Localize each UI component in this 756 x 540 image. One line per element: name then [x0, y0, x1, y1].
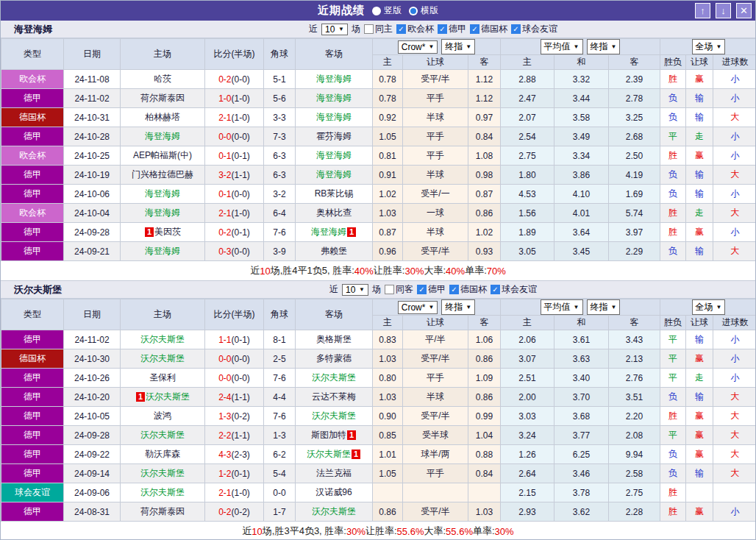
match-row: 德甲24-10-28海登海姆0-0(0-0)7-3霍芬海姆1.05平手0.842…: [1, 127, 756, 146]
avg-home-cell: 2.64: [501, 464, 554, 483]
type-cell: 德甲: [1, 426, 64, 445]
league-filter[interactable]: ✓德甲: [438, 23, 466, 35]
handicap-result-cell: 赢: [686, 445, 713, 464]
league-filter[interactable]: ✓球会友谊: [511, 23, 557, 35]
score-cell: 2-2(1-1): [205, 426, 264, 445]
result-cell: 负: [660, 464, 686, 483]
handicap-result-cell: 输: [686, 464, 713, 483]
league-filter[interactable]: ✓德甲: [417, 283, 446, 296]
checkbox-checked-icon[interactable]: ✓: [396, 24, 406, 34]
competition-label: 德甲: [24, 131, 41, 141]
radio-selected-icon: [409, 7, 418, 15]
odds-home-cell: 1.03: [373, 388, 403, 407]
halftime-score: (1-0): [232, 208, 250, 219]
home-team-cell: 荷尔斯泰因: [121, 89, 205, 108]
goals-result-cell: 小: [713, 349, 756, 369]
odds-away-cell: 1.12: [468, 89, 501, 108]
same-venue-filter[interactable]: 同客: [385, 283, 413, 296]
scope-select[interactable]: 全场▼: [692, 299, 726, 315]
corners-cell: 6-4: [264, 204, 296, 223]
avg-draw-cell: 3.34: [554, 146, 609, 166]
fulltime-score: 4-3: [218, 450, 231, 460]
odds-away-cell: 1.03: [468, 502, 501, 522]
avg-draw-cell: 3.86: [554, 166, 609, 185]
league-filter[interactable]: ✓球会友谊: [491, 283, 537, 296]
rank-badge: 1: [347, 227, 356, 237]
odds-away-cell: 1.06: [468, 330, 501, 349]
competition-label: 德甲: [24, 449, 41, 459]
avg-group-header: 平均值▼ 终指▼: [501, 39, 660, 55]
league-filter[interactable]: ✓德国杯: [470, 23, 507, 35]
checkbox-checked-icon[interactable]: ✓: [417, 285, 427, 294]
goals-result-cell: 大: [713, 166, 756, 185]
match-row: 德甲24-08-31荷尔斯泰因0-2(0-2)1-7沃尔夫斯堡0.86受平/半1…: [1, 502, 756, 522]
checkbox-checked-icon[interactable]: ✓: [449, 285, 459, 294]
sub-header-avg-away: 客: [609, 316, 660, 330]
away-team-name: 海登海姆: [316, 74, 352, 84]
result-cell: 负: [660, 388, 686, 407]
avg-draw-cell: 6.25: [554, 445, 609, 464]
avg-draw-cell: 3.32: [554, 70, 609, 89]
home-team-cell: 门兴格拉德巴赫: [121, 166, 205, 185]
radio-vertical-label: 竖版: [384, 4, 402, 17]
recent-count-select[interactable]: 10▼: [321, 24, 348, 35]
checkbox-checked-icon[interactable]: ✓: [511, 24, 521, 34]
avg-away-cell: 2.76: [609, 369, 660, 388]
close-button[interactable]: ✕: [736, 3, 752, 18]
result-cell: 负: [660, 242, 686, 261]
layout-radio-vertical[interactable]: 竖版: [372, 4, 402, 17]
layout-radio-horizontal[interactable]: 横版: [409, 4, 438, 17]
average-select[interactable]: 平均值▼: [541, 39, 583, 54]
col-header-away: 客场: [296, 299, 373, 330]
avg-stage-select[interactable]: 终指▼: [587, 39, 621, 54]
avg-home-cell: 2.93: [501, 502, 554, 522]
competition-label: 德国杯: [19, 112, 46, 122]
goals-result-cell: 大: [713, 242, 756, 261]
odds-stage-select[interactable]: 终指▼: [441, 299, 475, 315]
recent-label: 近: [329, 283, 338, 296]
odds-handicap-cell: 受平/半: [403, 407, 468, 426]
checkbox-checked-icon[interactable]: ✓: [491, 285, 500, 294]
same-venue-filter[interactable]: 同主: [364, 23, 393, 35]
avg-home-cell: 1.89: [501, 223, 554, 242]
bookmaker-select[interactable]: Crow*▼: [398, 301, 438, 314]
move-up-button[interactable]: ↑: [695, 3, 710, 18]
halftime-score: (0-2): [232, 507, 250, 517]
checkbox-checked-icon[interactable]: ✓: [438, 24, 447, 34]
odds-stage-select[interactable]: 终指▼: [441, 39, 475, 54]
halftime-score: (1-1): [232, 392, 250, 402]
scope-select[interactable]: 全场▼: [692, 39, 726, 54]
score-cell: 1-0(1-0): [205, 89, 264, 108]
bookmaker-select[interactable]: Crow*▼: [398, 40, 438, 54]
halftime-score: (0-0): [232, 74, 250, 85]
recent-count-select[interactable]: 10▼: [342, 284, 368, 296]
checkbox-unchecked-icon[interactable]: [364, 24, 374, 34]
corners-cell: 0-0: [264, 483, 296, 502]
away-team-name: 海登海姆: [316, 93, 352, 103]
odds-handicap-cell: 半球: [403, 166, 468, 185]
halftime-score: (1-1): [232, 170, 250, 180]
checkbox-unchecked-icon[interactable]: [385, 285, 394, 294]
footer-stat-segment: 55.6%: [446, 526, 473, 537]
avg-away-cell: 3.51: [609, 388, 660, 407]
league-filter[interactable]: ✓德国杯: [449, 283, 487, 296]
avg-stage-select[interactable]: 终指▼: [587, 299, 621, 315]
away-team-cell: 法兰克福: [296, 464, 373, 483]
match-row: 欧会杯24-10-25AEP帕福斯(中)0-1(0-1)6-3海登海姆0.81平…: [1, 146, 756, 166]
handicap-result-cell: 走: [686, 127, 713, 146]
home-team-name: 沃尔夫斯堡: [140, 334, 185, 344]
average-select[interactable]: 平均值▼: [541, 299, 583, 315]
fulltime-score: 1-0: [218, 93, 231, 104]
odds-handicap-cell: 受半球: [403, 426, 468, 445]
date-cell: 24-10-28: [64, 127, 121, 146]
date-cell: 24-09-28: [64, 223, 121, 242]
checkbox-checked-icon[interactable]: ✓: [470, 24, 479, 34]
move-down-button[interactable]: ↓: [716, 3, 731, 18]
section-header: 海登海姆 近10▼场同主✓欧会杯✓德甲✓德国杯✓球会友谊: [1, 21, 755, 38]
handicap-result-cell: 赢: [686, 407, 713, 426]
league-filter[interactable]: ✓欧会杯: [396, 23, 434, 35]
fulltime-score: 0-2: [218, 227, 231, 238]
type-cell: 德国杯: [1, 349, 64, 369]
match-row: 德甲24-11-02荷尔斯泰因1-0(1-0)5-6海登海姆0.78平手1.12…: [1, 89, 756, 108]
halftime-score: (0-1): [232, 151, 250, 161]
